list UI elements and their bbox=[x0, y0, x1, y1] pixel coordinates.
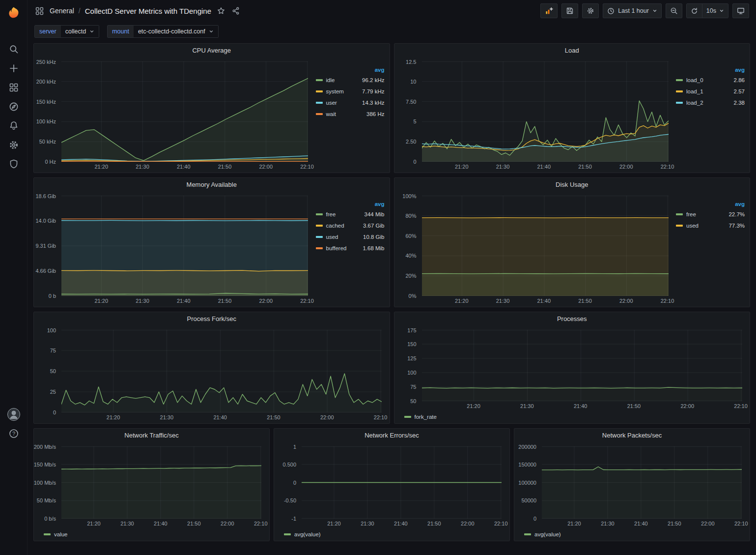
legend-series-name[interactable]: system bbox=[326, 88, 344, 94]
chart-svg[interactable] bbox=[422, 61, 669, 162]
chart-svg[interactable] bbox=[542, 446, 742, 519]
x-tick-label: 21:20 bbox=[567, 521, 581, 526]
panel-title[interactable]: Network Traffic/sec bbox=[34, 429, 269, 442]
dashboard-settings-button[interactable] bbox=[582, 3, 599, 18]
panel-title[interactable]: Processes bbox=[394, 312, 750, 325]
legend-series-name[interactable]: load_1 bbox=[686, 88, 703, 94]
panel-title[interactable]: Network Packets/sec bbox=[514, 429, 750, 442]
legend-item[interactable]: value bbox=[44, 531, 68, 537]
sidebar-item-alerting[interactable] bbox=[0, 116, 28, 135]
y-tick-label: 0 Hz bbox=[45, 159, 56, 165]
legend-item[interactable]: free22.7% bbox=[676, 208, 745, 220]
legend-series-name[interactable]: fork_rate bbox=[415, 414, 437, 420]
legend-series-name[interactable]: idle bbox=[326, 77, 335, 83]
panel-title[interactable]: Load bbox=[394, 44, 750, 57]
variable-server-value[interactable]: collectd bbox=[61, 26, 99, 37]
gear-icon bbox=[8, 140, 19, 150]
add-panel-button[interactable] bbox=[540, 3, 558, 18]
legend-item[interactable]: load_22.38 bbox=[676, 97, 745, 108]
chart-svg[interactable] bbox=[61, 61, 308, 162]
time-range-picker[interactable]: Last 1 hour bbox=[603, 3, 662, 18]
panel-title[interactable]: Network Errors/sec bbox=[274, 429, 509, 442]
cpu-average-chart[interactable]: 0 Hz50 kHz100 kHz150 kHz200 kHz250 kHz21… bbox=[34, 57, 316, 173]
legend-series-name[interactable]: used bbox=[686, 223, 699, 229]
chart-svg[interactable] bbox=[422, 196, 669, 296]
save-icon bbox=[566, 7, 574, 15]
y-tick-label: 2.50 bbox=[406, 139, 416, 145]
panel-title[interactable]: Disk Usage bbox=[394, 178, 750, 191]
legend-item[interactable]: load_02.86 bbox=[676, 74, 745, 86]
legend-series-name[interactable]: user bbox=[326, 100, 337, 106]
chart-svg[interactable] bbox=[61, 330, 382, 412]
cycle-view-mode-button[interactable] bbox=[732, 3, 749, 18]
x-tick-label: 22:00 bbox=[619, 164, 633, 170]
y-tick-label: 0 bbox=[413, 159, 416, 165]
legend-series-name[interactable]: load_0 bbox=[686, 77, 703, 83]
chart-svg[interactable] bbox=[61, 196, 308, 296]
legend-series-name[interactable]: wait bbox=[326, 111, 336, 117]
share-dashboard-button[interactable] bbox=[231, 6, 241, 16]
legend-item[interactable]: avg(value) bbox=[284, 531, 321, 537]
x-tick-label: 22:10 bbox=[734, 521, 748, 526]
legend-series-name[interactable]: value bbox=[54, 531, 68, 537]
legend-series-name[interactable]: used bbox=[326, 234, 338, 240]
sidebar-item-help[interactable]: ? bbox=[0, 428, 28, 439]
y-tick-label: 100 bbox=[407, 370, 416, 376]
legend-item[interactable]: used10.8 Gib bbox=[316, 231, 385, 242]
series-avg_value bbox=[542, 467, 742, 470]
process-fork-chart[interactable]: 025507510021:2021:3021:4021:5022:0022:10 bbox=[34, 325, 390, 423]
network-packets-chart[interactable]: 05000010000015000020000021:2021:3021:402… bbox=[514, 442, 750, 529]
chart-svg[interactable] bbox=[422, 330, 742, 401]
processes-chart[interactable]: 507510012515017521:2021:3021:4021:5022:0… bbox=[394, 325, 750, 412]
sidebar-item-search[interactable] bbox=[0, 39, 28, 58]
sidebar-item-server-admin[interactable] bbox=[0, 154, 28, 174]
panel-title[interactable]: Process Fork/sec bbox=[34, 312, 390, 325]
network-errors-chart[interactable]: -1-0.5000.500121:2021:3021:4021:5022:002… bbox=[274, 442, 509, 529]
panel-title[interactable]: CPU Average bbox=[34, 44, 390, 57]
refresh-interval-dropdown[interactable]: 10s bbox=[702, 4, 728, 18]
zoom-out-time-button[interactable] bbox=[666, 3, 682, 18]
grafana-logo[interactable] bbox=[4, 4, 23, 23]
legend-item[interactable]: load_12.57 bbox=[676, 86, 745, 97]
variable-mount-value[interactable]: etc-collectd-collectd.conf bbox=[134, 26, 218, 37]
sidebar-item-dashboards[interactable] bbox=[0, 78, 28, 97]
legend-item[interactable]: wait386 Hz bbox=[316, 108, 385, 119]
legend-item[interactable]: system7.79 kHz bbox=[316, 86, 385, 97]
x-tick-label: 21:50 bbox=[668, 521, 681, 526]
sidebar-item-configuration[interactable] bbox=[0, 135, 28, 154]
legend-series-name[interactable]: buffered bbox=[326, 245, 347, 251]
dashboard-title[interactable]: CollectD Server Metrics with TDengine bbox=[85, 7, 211, 15]
plot-area bbox=[61, 330, 382, 412]
chart-svg[interactable] bbox=[61, 446, 261, 519]
y-tick-label: 175 bbox=[407, 327, 416, 333]
legend-series-name[interactable]: avg(value) bbox=[294, 531, 321, 537]
panel-title[interactable]: Memory Available bbox=[34, 178, 390, 191]
network-traffic-chart[interactable]: 0 b/s50 Mb/s100 Mb/s150 Mb/s200 Mb/s21:2… bbox=[34, 442, 269, 529]
legend-series-name[interactable]: cached bbox=[326, 223, 344, 229]
legend-item[interactable]: avg(value) bbox=[524, 531, 561, 537]
legend-series-name[interactable]: avg(value) bbox=[534, 531, 561, 537]
y-tick-label: 250 kHz bbox=[36, 59, 56, 65]
legend-item[interactable]: fork_rate bbox=[404, 414, 437, 420]
load-chart[interactable]: 02.5057.501012.521:2021:3021:4021:5022:0… bbox=[394, 57, 676, 173]
chart-svg[interactable] bbox=[302, 446, 502, 519]
legend-item[interactable]: cached3.67 Gib bbox=[316, 220, 385, 231]
memory-available-chart[interactable]: 0 b4.66 Gib9.31 Gib14.0 Gib18.6 Gib21:20… bbox=[34, 191, 316, 307]
legend-series-name[interactable]: load_2 bbox=[686, 100, 703, 106]
sidebar-item-create[interactable] bbox=[0, 58, 28, 78]
legend-item[interactable]: free344 Mib bbox=[316, 208, 385, 220]
legend-series-value: 386 Hz bbox=[366, 111, 384, 117]
legend-item[interactable]: user14.3 kHz bbox=[316, 97, 385, 108]
save-dashboard-button[interactable] bbox=[561, 3, 578, 18]
user-avatar[interactable] bbox=[0, 408, 28, 421]
legend-item[interactable]: used77.3% bbox=[676, 220, 745, 231]
legend-series-name[interactable]: free bbox=[326, 211, 336, 217]
legend-item[interactable]: idle96.2 kHz bbox=[316, 74, 385, 86]
legend-series-name[interactable]: free bbox=[686, 211, 696, 217]
legend-item[interactable]: buffered1.68 Mib bbox=[316, 242, 385, 254]
breadcrumb-section[interactable]: General bbox=[50, 7, 74, 15]
refresh-button[interactable] bbox=[687, 4, 702, 18]
star-dashboard-button[interactable] bbox=[216, 6, 226, 16]
disk-usage-chart[interactable]: 0%20%40%60%80%100%21:2021:3021:4021:5022… bbox=[394, 191, 676, 307]
sidebar-item-explore[interactable] bbox=[0, 97, 28, 116]
